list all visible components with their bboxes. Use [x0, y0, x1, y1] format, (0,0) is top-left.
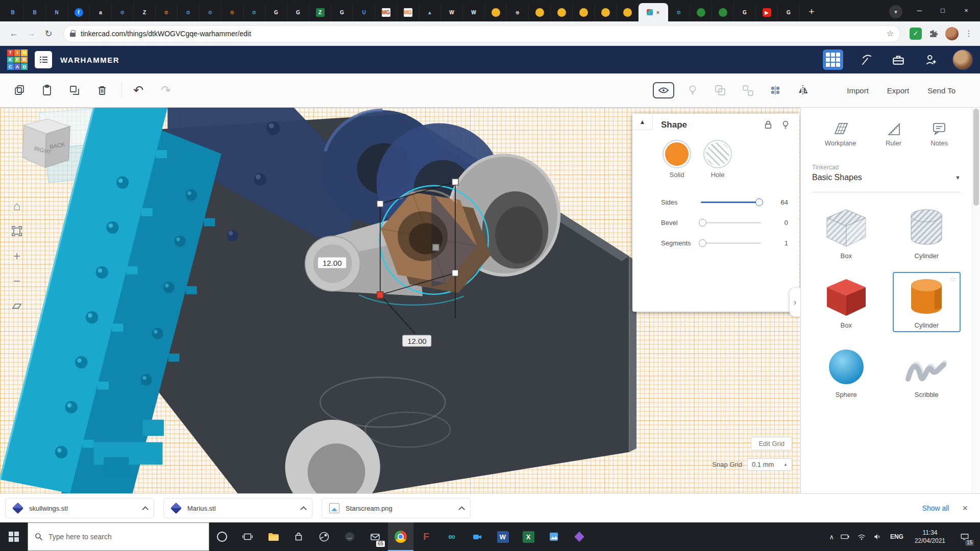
fit-view-icon[interactable]	[8, 222, 26, 240]
pinned-tab[interactable]: W	[441, 3, 463, 21]
account-avatar[interactable]	[952, 49, 973, 70]
perspective-toggle-icon[interactable]	[8, 297, 26, 315]
extensions-puzzle-icon[interactable]	[927, 28, 939, 40]
pinned-tab[interactable]: MG	[375, 3, 397, 21]
notes-tool[interactable]: Notes	[930, 121, 948, 147]
file-explorer-button[interactable]	[260, 522, 286, 551]
bookmark-star-icon[interactable]: ☆	[887, 29, 894, 38]
download-item[interactable]: Starscream.png	[322, 498, 471, 518]
pinned-tab[interactable]: G	[331, 3, 353, 21]
pinned-tab[interactable]: ▲	[419, 3, 441, 21]
blocks-grid-icon[interactable]	[823, 49, 843, 70]
photos-button[interactable]	[541, 522, 567, 551]
align-button[interactable]	[765, 80, 786, 101]
ungroup-button[interactable]	[738, 80, 758, 101]
excel-button[interactable]: X	[516, 522, 541, 551]
pinned-tab[interactable]: G	[287, 3, 309, 21]
pinned-tab[interactable]: ⚙	[112, 3, 134, 21]
pinned-tab[interactable]: N	[46, 3, 68, 21]
paste-button[interactable]	[37, 80, 57, 101]
pinned-tab[interactable]: G	[778, 3, 800, 21]
panel-collapse-icon[interactable]: ▲	[632, 114, 653, 130]
zoom-out-button[interactable]: −	[8, 272, 26, 290]
shape-tile-sphere[interactable]: Sphere	[812, 341, 880, 402]
duplicate-button[interactable]	[64, 80, 85, 101]
browser-profile-avatar[interactable]	[945, 27, 959, 40]
shape-library-dropdown[interactable]: Tinkercad Basic Shapes ▼	[812, 161, 961, 192]
pinned-tab[interactable]: ⚙	[668, 3, 690, 21]
pinned-tab[interactable]: Z	[309, 3, 331, 21]
wifi-icon[interactable]	[856, 532, 867, 541]
workplane-tool[interactable]: Workplane	[825, 121, 856, 147]
cortana-button[interactable]	[209, 522, 235, 551]
dimension-width-label[interactable]: 12.00	[317, 257, 347, 268]
viewport-3d[interactable]: RIGHT BACK 12.00 12.00 ⌂ + −	[0, 108, 800, 493]
pinned-tab[interactable]: ⚙	[243, 3, 265, 21]
pinned-tab[interactable]	[551, 3, 573, 21]
active-tab[interactable]: ×	[639, 3, 668, 21]
zoom-in-button[interactable]: +	[8, 247, 26, 265]
shape-tile-cylinder-orange[interactable]: ☆ Cylinder	[893, 272, 961, 332]
add-user-icon[interactable]	[921, 49, 941, 70]
download-item[interactable]: Marius.stl	[163, 498, 312, 518]
language-indicator[interactable]: ENG	[888, 533, 905, 540]
import-button[interactable]: Import	[838, 81, 878, 100]
pinned-tab[interactable]: W	[463, 3, 485, 21]
taskbar-search[interactable]	[28, 522, 209, 551]
download-item[interactable]: skullwings.stl	[5, 498, 154, 518]
app-button-infinity[interactable]: ∞	[439, 522, 464, 551]
task-view-button[interactable]	[235, 522, 260, 551]
window-maximize-button[interactable]: □	[931, 0, 954, 20]
home-view-icon[interactable]: ⌂	[8, 197, 26, 215]
copy-button[interactable]	[9, 80, 30, 101]
edit-grid-button[interactable]: Edit Grid	[751, 437, 792, 450]
pinned-tab[interactable]	[485, 3, 507, 21]
dimension-height-label[interactable]: 12.00	[402, 335, 432, 346]
pinned-tab[interactable]	[617, 3, 639, 21]
group-button[interactable]	[710, 80, 730, 101]
visibility-eye-icon[interactable]	[653, 82, 674, 98]
battery-icon[interactable]	[840, 533, 850, 541]
pinned-tab[interactable]	[712, 3, 734, 21]
undo-button[interactable]: ↶	[128, 80, 149, 101]
pinned-tab[interactable]: ⚙	[156, 3, 178, 21]
action-center-button[interactable]: 15	[954, 522, 975, 551]
view-cube[interactable]: RIGHT BACK	[22, 119, 70, 167]
pinned-tab[interactable]: ▶	[756, 3, 778, 21]
pinned-tab[interactable]: G	[265, 3, 287, 21]
show-all-downloads-button[interactable]: Show all	[922, 504, 949, 512]
address-bar[interactable]: tinkercad.com/things/dtkWOGVCgqe-warhamm…	[63, 25, 900, 42]
window-minimize-button[interactable]: ─	[908, 0, 931, 20]
bevel-slider[interactable]	[701, 222, 761, 223]
hide-shape-bulb-icon[interactable]	[781, 120, 790, 130]
start-button[interactable]	[0, 522, 28, 551]
snap-grid-select[interactable]: 0.1 mm ▲	[747, 458, 792, 471]
store-button[interactable]	[286, 522, 311, 551]
sidebar-expander-chevron[interactable]: ›	[789, 287, 800, 317]
sidebar-scrollbar[interactable]	[972, 108, 980, 493]
new-tab-button[interactable]: +	[803, 3, 820, 20]
pinned-tab[interactable]: f	[68, 3, 90, 21]
tab-search-icon[interactable]: ▾	[889, 5, 902, 18]
pinned-tab[interactable]: MG	[397, 3, 419, 21]
pinned-tab[interactable]	[595, 3, 617, 21]
close-downloads-bar-icon[interactable]: ×	[962, 503, 968, 514]
download-menu-caret-icon[interactable]	[300, 506, 307, 513]
extension-check-icon[interactable]: ✓	[910, 28, 922, 40]
hole-material-option[interactable]: Hole	[706, 142, 729, 179]
export-button[interactable]: Export	[878, 81, 918, 100]
pinned-tab[interactable]: ⚙	[200, 3, 222, 21]
mail-button[interactable]: 65	[362, 522, 388, 551]
back-button[interactable]: ←	[5, 25, 22, 42]
forward-button[interactable]: →	[22, 25, 40, 42]
shape-tile-scribble[interactable]: Scribble	[893, 341, 961, 402]
pinned-tab[interactable]: Z	[134, 3, 156, 21]
ruler-tool[interactable]: Ruler	[886, 121, 901, 147]
steam-button[interactable]	[311, 522, 337, 551]
pinned-tab[interactable]: B	[24, 3, 46, 21]
favorite-star-icon[interactable]: ☆	[950, 274, 957, 284]
tray-chevron-up-icon[interactable]: ∧	[829, 533, 834, 541]
segments-slider[interactable]	[701, 242, 761, 244]
bulb-icon[interactable]	[682, 80, 703, 101]
solid-swatch[interactable]	[665, 142, 689, 166]
